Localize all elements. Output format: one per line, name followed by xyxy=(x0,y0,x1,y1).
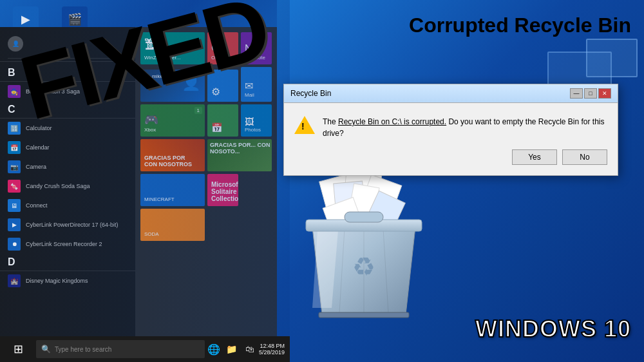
svg-rect-14 xyxy=(319,312,409,318)
tile-soda[interactable]: Microsoft Solitaire Collection xyxy=(207,174,238,206)
app-calendar[interactable]: 📅 Calendar xyxy=(0,138,135,157)
dialog-titlebar: Recycle Bin — □ ✕ xyxy=(284,84,618,103)
warning-triangle xyxy=(294,116,315,134)
dialog-minimize-button[interactable]: — xyxy=(570,88,583,99)
app-cyberlink-sr[interactable]: ⏺ CyberLink Screen Recorder 2 xyxy=(0,234,135,254)
search-icon: 🔍 xyxy=(41,345,51,354)
dialog-title: Recycle Bin xyxy=(290,89,331,98)
dialog-message: The Recycle Bin on C:\ is corrupted. Do … xyxy=(323,116,607,139)
tile-minecraft[interactable]: GRACIAS POR... CON NOSOTO... xyxy=(207,139,272,171)
tile-xbox[interactable]: 🎮 Xbox 1 xyxy=(140,104,205,137)
tile-solitaire[interactable]: MINECRAFT xyxy=(140,174,205,206)
app-disney[interactable]: 🏰 Disney Magic Kingdoms xyxy=(0,271,135,291)
recycle-bin-illustration: ♻ xyxy=(293,150,435,327)
dialog-message-pre: The xyxy=(323,117,338,126)
dialog-maximize-button[interactable]: □ xyxy=(584,88,597,99)
taskbar-explorer-icon[interactable]: 📁 xyxy=(225,343,238,356)
taskbar-time: 12:48 PM xyxy=(260,343,285,349)
svg-text:♻: ♻ xyxy=(352,252,375,281)
title-text-content: Corrupted Recycle Bin xyxy=(409,14,631,37)
page-title: Corrupted Recycle Bin xyxy=(409,13,631,37)
start-icon: ⊞ xyxy=(14,342,23,356)
taskbar[interactable]: ⊞ 🔍 Type here to search 🌐 📁 🛍 12:48 PM 5… xyxy=(0,336,290,362)
dialog-message-link: Recycle Bin on C:\ is corrupted. xyxy=(338,117,446,126)
section-d: D xyxy=(0,254,135,271)
tile-march[interactable]: SODA xyxy=(140,209,205,241)
taskbar-icons: 🌐 📁 🛍 xyxy=(207,343,256,356)
app-connect[interactable]: 🖥 Connect xyxy=(0,196,135,215)
taskbar-store-icon[interactable]: 🛍 xyxy=(243,343,256,356)
dialog-close-button[interactable]: ✕ xyxy=(598,88,611,99)
warning-icon xyxy=(294,116,315,137)
svg-rect-13 xyxy=(345,212,383,222)
start-button[interactable]: ⊞ xyxy=(3,336,33,362)
taskbar-ie-icon[interactable]: 🌐 xyxy=(207,343,220,356)
dialog-yes-button[interactable]: Yes xyxy=(512,149,557,165)
search-placeholder: Type here to search xyxy=(55,346,111,353)
tile-calendar[interactable]: 📅 xyxy=(207,104,238,137)
tile-photos[interactable]: 🖼 Photos xyxy=(241,104,272,137)
app-camera[interactable]: 📷 Camera xyxy=(0,157,135,176)
app-cyberlink-pd[interactable]: ▶ CyberLink PowerDirector 17 (64-bit) xyxy=(0,215,135,234)
app-candy-crush[interactable]: 🍬 Candy Crush Soda Saga xyxy=(0,176,135,196)
dialog-window-controls[interactable]: — □ ✕ xyxy=(570,88,611,99)
tile-gracias[interactable]: GRACIAS PORCON NOSOTROS xyxy=(140,139,205,171)
dialog-buttons[interactable]: Yes No xyxy=(284,149,618,175)
taskbar-date: 5/28/2019 xyxy=(259,349,285,356)
windows10-label: WINDOWS 10 xyxy=(475,316,631,343)
search-bar[interactable]: 🔍 Type here to search xyxy=(36,340,205,358)
dialog-content: The Recycle Bin on C:\ is corrupted. Do … xyxy=(284,103,618,149)
dialog-box[interactable]: Recycle Bin — □ ✕ The Recycle Bin on C:\… xyxy=(283,84,618,176)
dialog-no-button[interactable]: No xyxy=(562,149,607,165)
